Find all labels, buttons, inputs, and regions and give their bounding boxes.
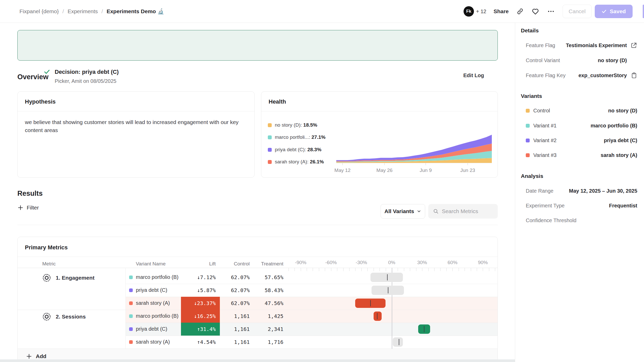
divider [17, 225, 498, 225]
metric-name: 2. Sessions [42, 312, 86, 321]
avatar-initials: Fk [466, 9, 471, 14]
saved-button[interactable]: Saved [595, 5, 633, 18]
breadcrumb: Fixpanel {demo}/Experiments/Experiments … [19, 0, 164, 23]
breadcrumb-item[interactable]: Fixpanel {demo} [19, 8, 59, 15]
variant-row: Controlno story (D) [526, 107, 637, 114]
favorite-button[interactable] [531, 8, 539, 15]
add-label: Add [36, 353, 46, 359]
share-button[interactable]: Share [494, 8, 509, 15]
variant-color-swatch [526, 109, 530, 113]
details-row: Control Variantno story (D) [526, 56, 637, 64]
legend-swatch-icon [268, 148, 272, 152]
hypothesis-card: Hypothesis we believe that showing custo… [17, 91, 255, 178]
details-label: Feature Flag [526, 42, 555, 48]
results-heading: Results [17, 190, 43, 198]
health-card: Health no story (D): 18.5%marco portfoli… [261, 91, 498, 178]
variant-slot-label: Variant #2 [533, 137, 557, 143]
breadcrumb-item[interactable]: Experiments [68, 8, 98, 15]
breadcrumb-item[interactable]: Experiments Demo 🔬 [107, 8, 164, 15]
legend-swatch-icon [268, 160, 272, 164]
more-options-button[interactable] [547, 8, 555, 15]
edit-log-button[interactable]: Edit Log [463, 73, 484, 78]
variant-row: Variant #1marco portfolio (B) [526, 122, 637, 129]
metric-target-icon [42, 273, 51, 282]
health-title: Health [269, 98, 286, 105]
lift-value: ↓23.37% [181, 297, 220, 310]
analysis-label: Experiment Type [526, 203, 565, 209]
treatment-value: 58.43% [252, 284, 283, 297]
variant-color-swatch [526, 139, 530, 142]
copy-link-button[interactable] [516, 8, 524, 15]
avatar[interactable]: Fk [464, 6, 474, 17]
clipboard-button[interactable] [627, 72, 637, 79]
metric-name-label: 1. Engagement [56, 275, 94, 281]
variants-dropdown[interactable]: All Variants [381, 204, 425, 219]
variants-heading: Variants [521, 93, 542, 99]
divider [18, 268, 498, 268]
lift-axis-label: 60% [441, 260, 464, 265]
lift-axis-label: -60% [319, 260, 343, 265]
legend-value: 27.1% [312, 134, 326, 140]
legend-label: no story (D): 18.5% [275, 122, 317, 128]
variant-name: marco portfolio (B) [136, 313, 179, 319]
details-sidebar: DetailsFeature FlagTestimonials Experime… [515, 23, 644, 362]
lift-value: ↑4.54% [181, 336, 220, 349]
avatar-overflow-count[interactable]: + 12 [476, 9, 486, 15]
metric-name: 1. Engagement [42, 273, 94, 282]
divider [18, 111, 254, 111]
legend-value: 18.5% [303, 122, 317, 128]
cutoff-button-sliver [643, 5, 644, 18]
primary-metrics-title: Primary Metrics [25, 244, 68, 251]
details-label: Control Variant [526, 57, 560, 63]
control-value: 1,161 [222, 310, 250, 323]
chevron-down-icon [417, 209, 421, 214]
metric-target-icon [42, 312, 51, 321]
lift-value: ↑31.4% [181, 323, 220, 336]
details-value: exp_customerStory [578, 73, 627, 78]
legend-swatch-icon [268, 123, 272, 127]
experiment-report-page: Fixpanel {demo}/Experiments/Experiments … [0, 0, 644, 362]
variant-name: marco portfolio (B) [136, 274, 179, 280]
x-axis-tick-label: Jun 9 [414, 168, 437, 173]
lift-axis-label: -30% [350, 260, 373, 265]
variant-slot-label: Variant #3 [533, 152, 557, 158]
analysis-row: Experiment TypeFrequentist [526, 202, 637, 209]
health-legend-item: no story (D): 18.5% [268, 122, 317, 128]
hypothesis-body: we believe that showing customer stories… [25, 118, 248, 134]
external-link-button[interactable] [627, 42, 637, 49]
variant-value: marco portfolio (B) [591, 123, 637, 129]
decision-banner: Decision: priya debt (C) Picker, Amit on… [17, 30, 498, 61]
details-heading: Details [521, 27, 539, 34]
details-row: Feature Flag Keyexp_customerStory [526, 71, 637, 79]
lift-mean-tick [424, 326, 424, 332]
legend-label: sarah story (A): 26.1% [275, 159, 324, 165]
lift-mean-tick [387, 274, 388, 280]
search-metrics-input[interactable] [442, 208, 493, 214]
variant-row: Variant #3sarah story (A) [526, 151, 637, 159]
variant-name: sarah story (A) [136, 300, 170, 306]
breadcrumb-separator: / [62, 8, 64, 15]
cancel-button[interactable]: Cancel [563, 5, 592, 18]
treatment-value: 57.65% [252, 271, 283, 284]
add-filter-button[interactable]: Filter [17, 205, 39, 211]
details-row: Feature FlagTestimonials Experiment [526, 41, 637, 49]
variant-row: Variant #2priya debt (C) [526, 136, 637, 144]
variant-color-dot [129, 288, 133, 292]
divider [261, 111, 498, 111]
decision-subtitle: Picker, Amit on 08/05/2025 [55, 78, 116, 84]
variant-color-dot [129, 301, 133, 305]
lift-value: ↓7.12% [181, 271, 220, 284]
table-row: sarah story (A)↓23.37%62.07%47.56% [18, 297, 498, 310]
health-legend-item: priya debt (C): 28.3% [268, 147, 321, 153]
column-header-lift: Lift [181, 260, 216, 268]
overview-heading: Overview [17, 73, 48, 81]
variant-name: priya debt (C) [136, 326, 167, 332]
heart-icon [531, 8, 539, 15]
plus-icon [17, 205, 24, 211]
variant-name: priya debt (C) [136, 287, 167, 293]
ellipsis-icon [547, 8, 555, 15]
variant-color-dot [129, 327, 133, 331]
decision-title: Decision: priya debt (C) [55, 69, 119, 75]
column-header-variant: Variant Name [136, 260, 166, 268]
details-label: Feature Flag Key [526, 73, 565, 78]
